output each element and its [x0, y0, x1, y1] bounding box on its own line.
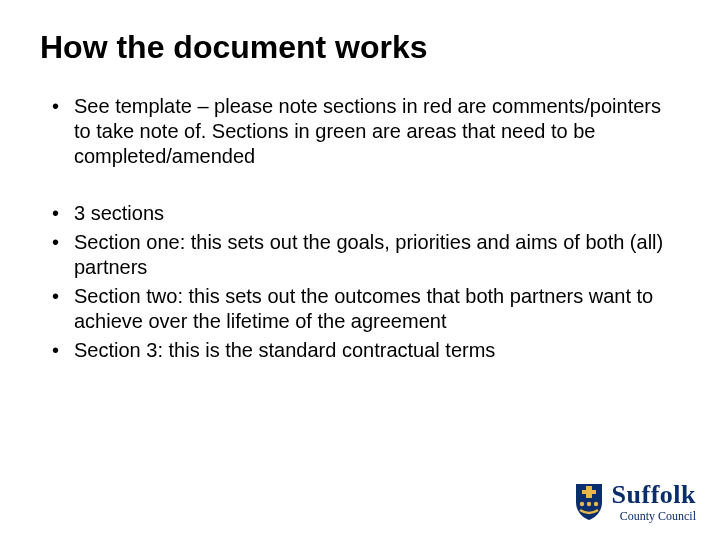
logo-text: Suffolk County Council [612, 482, 696, 522]
svg-rect-1 [582, 490, 596, 494]
list-item: 3 sections [40, 201, 680, 226]
logo: Suffolk County Council [572, 482, 696, 522]
svg-point-3 [586, 502, 590, 506]
slide: How the document works See template – pl… [0, 0, 720, 540]
svg-point-2 [579, 502, 583, 506]
spacer [40, 173, 680, 201]
bullet-list-1: See template – please note sections in r… [40, 94, 680, 169]
logo-sub-text: County Council [620, 510, 696, 522]
page-title: How the document works [40, 28, 680, 66]
bullet-list-2: 3 sections Section one: this sets out th… [40, 201, 680, 363]
list-item: Section two: this sets out the outcomes … [40, 284, 680, 334]
list-item: Section 3: this is the standard contract… [40, 338, 680, 363]
logo-main-text: Suffolk [612, 482, 696, 508]
crest-icon [572, 482, 606, 522]
list-item: See template – please note sections in r… [40, 94, 680, 169]
svg-point-4 [593, 502, 597, 506]
list-item: Section one: this sets out the goals, pr… [40, 230, 680, 280]
